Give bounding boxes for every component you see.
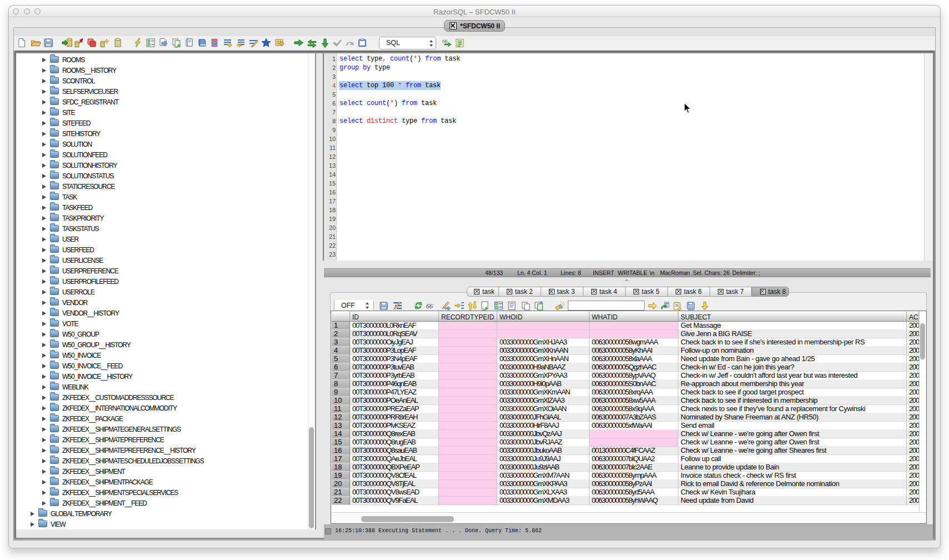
svg-text:66: 66 xyxy=(426,303,433,308)
svg-text:66: 66 xyxy=(442,38,448,44)
